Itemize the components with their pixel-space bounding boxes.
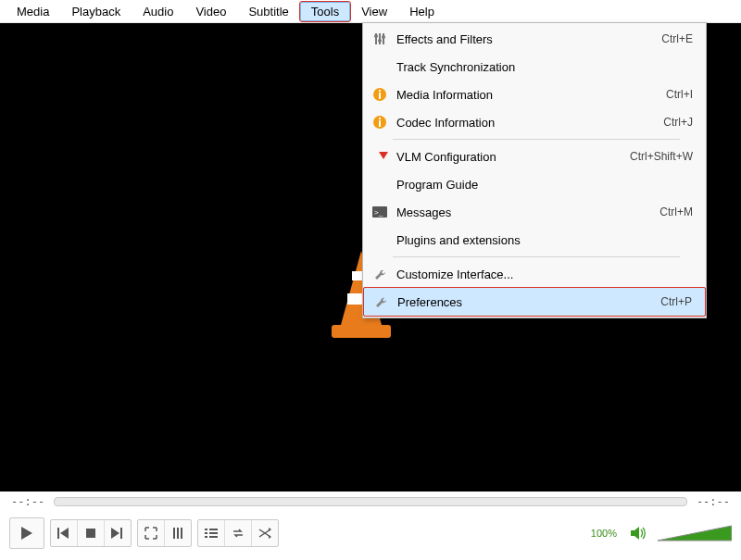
next-button[interactable] (105, 520, 131, 546)
svg-rect-14 (379, 120, 381, 127)
menu-help[interactable]: Help (398, 2, 446, 21)
view-group (137, 519, 192, 547)
svg-rect-23 (120, 528, 122, 539)
mute-button[interactable] (624, 520, 652, 546)
controls-bar: 100% (0, 512, 741, 554)
menuitem-accel: Ctrl+I (666, 88, 693, 101)
skip-group (50, 519, 132, 547)
svg-rect-11 (379, 93, 381, 99)
play-button[interactable] (9, 517, 44, 549)
menubar: Media Playback Audio Video Subtitle Tool… (0, 0, 741, 23)
menu-media-info[interactable]: Media Information Ctrl+I (363, 81, 706, 108)
svg-rect-31 (205, 536, 207, 538)
svg-rect-15 (379, 118, 381, 119)
ext-settings-button[interactable] (165, 520, 191, 546)
menu-track-sync[interactable]: Track Synchronization (363, 53, 706, 81)
menuitem-accel: Ctrl+M (659, 205, 693, 218)
svg-point-9 (382, 35, 385, 39)
fullscreen-button[interactable] (138, 520, 165, 546)
svg-point-8 (378, 39, 382, 43)
tools-dropdown: Effects and Filters Ctrl+E Track Synchro… (362, 22, 707, 318)
stop-button[interactable] (78, 520, 105, 546)
menu-audio[interactable]: Audio (132, 2, 184, 21)
wrench-icon (369, 265, 391, 283)
menuitem-accel: Ctrl+Shift+W (630, 150, 693, 163)
menu-media[interactable]: Media (6, 2, 60, 21)
menuitem-label: Media Information (391, 88, 666, 102)
svg-rect-29 (205, 532, 207, 534)
svg-point-7 (374, 34, 378, 38)
svg-rect-21 (86, 529, 95, 538)
menu-view[interactable]: View (350, 2, 398, 21)
menu-preferences[interactable]: Preferences Ctrl+P (363, 287, 706, 317)
menuitem-label: Program Guide (391, 178, 693, 192)
svg-rect-26 (181, 528, 182, 539)
svg-rect-25 (177, 528, 179, 539)
svg-rect-24 (173, 528, 175, 539)
menu-effects-filters[interactable]: Effects and Filters Ctrl+E (363, 25, 706, 53)
time-remaining: --:-- (697, 495, 730, 508)
menu-subtitle[interactable]: Subtitle (237, 2, 299, 21)
menu-video[interactable]: Video (184, 2, 237, 21)
menu-playback[interactable]: Playback (60, 2, 132, 21)
menuitem-label: Preferences (392, 295, 660, 309)
menu-separator (393, 256, 680, 257)
menuitem-label: Codec Information (391, 116, 663, 130)
svg-rect-28 (209, 529, 218, 530)
svg-text:>_: >_ (374, 208, 383, 217)
svg-rect-19 (57, 528, 59, 539)
info-icon (369, 85, 391, 104)
menu-vlm-config[interactable]: VLM Configuration Ctrl+Shift+W (363, 143, 706, 170)
menu-tools[interactable]: Tools (300, 2, 350, 21)
volume-text: 100% (591, 528, 617, 539)
sliders-icon (369, 30, 391, 48)
svg-marker-22 (111, 528, 119, 539)
svg-marker-18 (21, 527, 32, 540)
menu-codec-info[interactable]: Codec Information Ctrl+J (363, 108, 706, 136)
menuitem-label: Effects and Filters (391, 32, 661, 46)
playlist-button[interactable] (198, 520, 225, 546)
playlist-group (197, 519, 279, 547)
wrench-icon (370, 292, 392, 311)
terminal-icon: >_ (369, 203, 391, 221)
menu-plugins-ext[interactable]: Plugins and extensions (363, 226, 706, 254)
svg-marker-20 (60, 528, 69, 539)
menuitem-label: Customize Interface... (391, 268, 693, 281)
seek-slider[interactable] (54, 497, 687, 506)
menuitem-label: Plugins and extensions (391, 233, 693, 247)
svg-rect-27 (205, 529, 207, 530)
menuitem-accel: Ctrl+P (660, 295, 692, 308)
callout-arrow-icon (379, 152, 388, 159)
menu-separator (393, 139, 680, 140)
shuffle-button[interactable] (252, 520, 278, 546)
menuitem-label: Track Synchronization (391, 60, 693, 74)
svg-marker-35 (631, 527, 639, 540)
svg-rect-3 (332, 325, 391, 338)
time-elapsed: --:-- (11, 495, 44, 508)
menu-program-guide[interactable]: Program Guide (363, 170, 706, 198)
menu-customize-interface[interactable]: Customize Interface... (363, 260, 706, 288)
svg-marker-34 (269, 535, 271, 539)
loop-button[interactable] (225, 520, 252, 546)
svg-rect-32 (209, 536, 218, 538)
menuitem-label: VLM Configuration (391, 150, 630, 164)
prev-button[interactable] (51, 520, 78, 546)
menu-messages[interactable]: >_ Messages Ctrl+M (363, 198, 706, 226)
menuitem-accel: Ctrl+J (663, 116, 693, 129)
seek-row: --:-- --:-- (0, 492, 741, 512)
menuitem-accel: Ctrl+E (661, 32, 693, 45)
info-icon (369, 113, 391, 131)
menuitem-label: Messages (391, 205, 659, 219)
svg-rect-30 (209, 532, 218, 534)
svg-rect-12 (379, 90, 381, 92)
volume-slider[interactable] (658, 524, 732, 542)
svg-marker-33 (269, 528, 271, 531)
